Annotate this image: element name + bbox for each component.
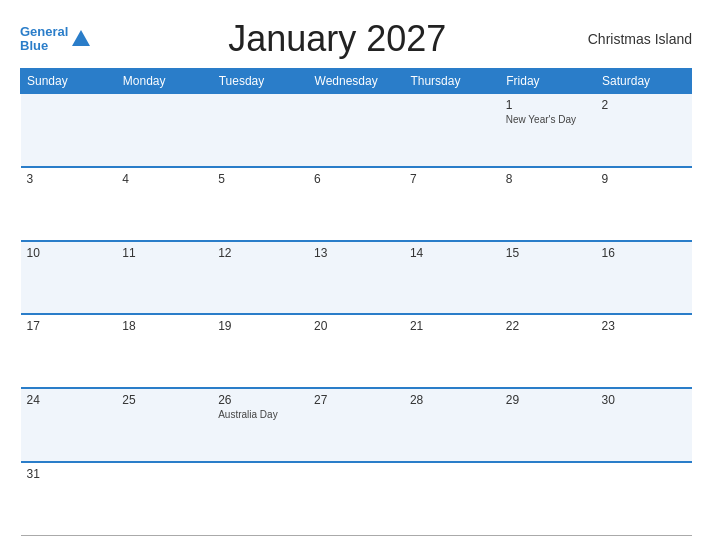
calendar-cell: [212, 94, 308, 168]
calendar-cell: 28: [404, 388, 500, 462]
calendar-cell: 16: [596, 241, 692, 315]
logo-blue: Blue: [20, 38, 48, 53]
calendar-cell: 31: [21, 462, 117, 536]
cell-day-number: 22: [506, 319, 590, 333]
cell-day-number: 12: [218, 246, 302, 260]
cell-day-number: 14: [410, 246, 494, 260]
calendar-cell: 12: [212, 241, 308, 315]
calendar-cell: 18: [116, 314, 212, 388]
cell-day-number: 4: [122, 172, 206, 186]
calendar-cell: [404, 94, 500, 168]
cell-day-number: 11: [122, 246, 206, 260]
col-wednesday: Wednesday: [308, 69, 404, 94]
calendar-cell: [212, 462, 308, 536]
cell-day-number: 26: [218, 393, 302, 407]
calendar-cell: 20: [308, 314, 404, 388]
calendar-cell: 2: [596, 94, 692, 168]
calendar-cell: 7: [404, 167, 500, 241]
calendar-cell: 24: [21, 388, 117, 462]
calendar-page: General Blue January 2027 Christmas Isla…: [0, 0, 712, 550]
cell-day-number: 10: [27, 246, 111, 260]
calendar-cell: 8: [500, 167, 596, 241]
calendar-cell: 19: [212, 314, 308, 388]
calendar-title: January 2027: [92, 18, 582, 60]
calendar-cell: 30: [596, 388, 692, 462]
calendar-cell: 13: [308, 241, 404, 315]
cell-day-number: 17: [27, 319, 111, 333]
cell-day-number: 7: [410, 172, 494, 186]
calendar-row-6: 31: [21, 462, 692, 536]
calendar-cell: 23: [596, 314, 692, 388]
calendar-cell: [500, 462, 596, 536]
cell-day-number: 20: [314, 319, 398, 333]
cell-day-number: 23: [602, 319, 686, 333]
region-label: Christmas Island: [582, 31, 692, 47]
col-monday: Monday: [116, 69, 212, 94]
col-friday: Friday: [500, 69, 596, 94]
logo-icon: [70, 28, 92, 50]
calendar-cell: 3: [21, 167, 117, 241]
calendar-cell: 11: [116, 241, 212, 315]
calendar-cell: 22: [500, 314, 596, 388]
calendar-cell: 4: [116, 167, 212, 241]
calendar-cell: 26Australia Day: [212, 388, 308, 462]
cell-day-number: 31: [27, 467, 111, 481]
cell-day-number: 19: [218, 319, 302, 333]
calendar-cell: [116, 94, 212, 168]
calendar-table: Sunday Monday Tuesday Wednesday Thursday…: [20, 68, 692, 536]
calendar-header-row: Sunday Monday Tuesday Wednesday Thursday…: [21, 69, 692, 94]
cell-day-number: 30: [602, 393, 686, 407]
calendar-header: General Blue January 2027 Christmas Isla…: [20, 18, 692, 60]
col-saturday: Saturday: [596, 69, 692, 94]
cell-day-number: 6: [314, 172, 398, 186]
logo: General Blue: [20, 25, 92, 54]
cell-day-number: 16: [602, 246, 686, 260]
cell-day-number: 5: [218, 172, 302, 186]
cell-day-number: 15: [506, 246, 590, 260]
calendar-row-3: 10111213141516: [21, 241, 692, 315]
calendar-cell: [21, 94, 117, 168]
calendar-cell: 17: [21, 314, 117, 388]
calendar-cell: [596, 462, 692, 536]
calendar-row-5: 242526Australia Day27282930: [21, 388, 692, 462]
cell-day-number: 27: [314, 393, 398, 407]
col-thursday: Thursday: [404, 69, 500, 94]
calendar-cell: 6: [308, 167, 404, 241]
calendar-cell: 29: [500, 388, 596, 462]
cell-day-number: 28: [410, 393, 494, 407]
calendar-cell: 25: [116, 388, 212, 462]
calendar-cell: 14: [404, 241, 500, 315]
logo-text: General Blue: [20, 25, 68, 54]
calendar-cell: 21: [404, 314, 500, 388]
calendar-cell: [308, 94, 404, 168]
calendar-cell: 10: [21, 241, 117, 315]
cell-day-number: 2: [602, 98, 686, 112]
calendar-row-1: 1New Year's Day2: [21, 94, 692, 168]
calendar-cell: [404, 462, 500, 536]
calendar-body: 1New Year's Day2345678910111213141516171…: [21, 94, 692, 536]
calendar-cell: 15: [500, 241, 596, 315]
cell-event-label: New Year's Day: [506, 114, 590, 125]
cell-day-number: 18: [122, 319, 206, 333]
cell-day-number: 21: [410, 319, 494, 333]
calendar-row-2: 3456789: [21, 167, 692, 241]
logo-general: General: [20, 24, 68, 39]
cell-day-number: 13: [314, 246, 398, 260]
cell-day-number: 8: [506, 172, 590, 186]
cell-day-number: 24: [27, 393, 111, 407]
col-tuesday: Tuesday: [212, 69, 308, 94]
calendar-cell: [308, 462, 404, 536]
svg-marker-0: [72, 30, 90, 46]
cell-day-number: 29: [506, 393, 590, 407]
cell-day-number: 9: [602, 172, 686, 186]
cell-event-label: Australia Day: [218, 409, 302, 420]
calendar-row-4: 17181920212223: [21, 314, 692, 388]
calendar-cell: 27: [308, 388, 404, 462]
col-sunday: Sunday: [21, 69, 117, 94]
cell-day-number: 1: [506, 98, 590, 112]
calendar-cell: 9: [596, 167, 692, 241]
cell-day-number: 3: [27, 172, 111, 186]
calendar-cell: 5: [212, 167, 308, 241]
cell-day-number: 25: [122, 393, 206, 407]
calendar-cell: 1New Year's Day: [500, 94, 596, 168]
